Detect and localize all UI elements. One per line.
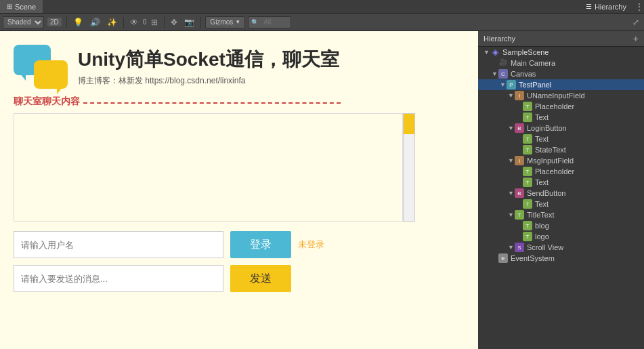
tree-item[interactable]: ▼CCanvas [478,68,644,79]
chat-header: 聊天室聊天内容 [14,96,465,110]
title-text-wrapper: Unity简单Socket通信，聊天室 博主博客：林新发 https://blo… [78,47,339,87]
send-button[interactable]: 发送 [230,265,291,292]
tree-node-icon: T [523,199,532,209]
tree-item[interactable]: ▼PTestPanel [478,79,644,90]
tree-item[interactable]: Tlogo [478,231,644,242]
tree-item[interactable]: ▼IUNameInputField [478,90,644,101]
chat-box [14,113,403,222]
tree-node-icon: T [523,221,532,230]
tree-item[interactable]: TPlaceholder [478,101,644,112]
stats-icon[interactable]: 👁 [128,18,140,27]
hierarchy-title: Hierarchy [484,35,515,43]
tree-item[interactable]: ▼IMsgInputField [478,155,644,166]
maximize-icon[interactable]: ⤢ [630,18,641,27]
tree-item-label: Text [535,200,549,208]
tree-item[interactable]: TStateText [478,144,644,155]
tree-item-label: Placeholder [535,167,574,176]
tree-arrow-icon: ▼ [508,190,515,197]
tab-scene-label: Scene [15,3,36,11]
tree-item[interactable]: ▼TTitleText [478,209,644,220]
tree-item[interactable]: TText [478,112,644,123]
hierarchy-header: Hierarchy + [478,31,644,47]
toolbar: Shaded 2D 💡 🔊 ✨ 👁 0 ⊞ ✥ 📷 Gizmos ▼ 🔍 ⤢ [0,14,644,31]
login-button[interactable]: 登录 [230,231,291,258]
scroll-thumb[interactable] [404,114,414,134]
scrollbar[interactable] [403,113,415,222]
tree-arrow-icon: ▼ [508,157,515,164]
tree-item-label: logo [535,232,549,241]
hierarchy-tree: ▼◈SampleScene 🎥Main Camera▼CCanvas▼PTest… [478,47,644,264]
tree-arrow-icon: ▼ [508,92,515,99]
2d-toggle[interactable]: 2D [47,17,62,27]
tree-item-label: StateText [535,146,566,154]
chat-label: 聊天室聊天内容 [14,96,80,108]
tree-item[interactable]: Tblog [478,220,644,231]
message-input[interactable] [14,265,223,292]
tree-arrow-icon: ▼ [508,125,515,131]
scene-content: Unity简单Socket通信，聊天室 博主博客：林新发 https://blo… [0,31,478,349]
options-menu-icon[interactable]: ⋮ [635,1,644,12]
gizmos-button[interactable]: Gizmos ▼ [205,16,245,28]
grid-icon[interactable]: ⊞ [149,18,160,27]
tree-arrow-icon: ▼ [508,211,515,218]
tree-item-label: Canvas [511,70,536,78]
tree-item-label: Scroll View [527,243,563,251]
tree-item[interactable]: ▼◈SampleScene [478,47,644,58]
tree-item-label: Text [535,135,549,143]
tree-node-icon: S [515,243,524,252]
tree-node-icon: 🎥 [498,58,508,68]
divider4 [200,17,201,28]
tree-item[interactable]: TText [478,177,644,188]
tree-arrow-icon: ▼ [484,49,490,56]
tree-item[interactable]: EEventSystem [478,253,644,264]
tree-item[interactable]: TText [478,134,644,144]
main-area: Unity简单Socket通信，聊天室 博主博客：林新发 https://blo… [0,31,644,349]
tree-item[interactable]: ▼BSendButton [478,188,644,199]
tree-node-icon: T [523,178,532,187]
tree-item-label: TestPanel [519,81,551,89]
tree-node-icon: T [523,112,532,122]
subtitle-text: 博主博客：林新发 https://blog.csdn.net/linxinfa [78,75,339,87]
audio-icon[interactable]: 🔊 [88,18,102,27]
search-input[interactable] [261,16,288,28]
username-row: 登录 未登录 [14,231,465,258]
tree-node-icon: P [507,80,516,89]
tree-node-icon: T [515,210,524,220]
search-icon: 🔍 [251,19,259,26]
tree-item[interactable]: TText [478,199,644,209]
tree-node-icon: T [523,145,532,155]
toolbar-right: ⤢ [630,18,641,27]
tree-arrow-icon: ▼ [500,81,507,88]
light-icon[interactable]: 💡 [71,18,85,27]
tab-hierarchy-label: Hierarchy [595,3,626,11]
username-input[interactable] [14,231,223,258]
tree-node-icon: B [515,188,524,198]
tree-node-icon: C [498,69,508,79]
tree-node-icon: I [515,91,524,100]
tree-arrow-icon: ▼ [492,70,498,77]
hierarchy-add-button[interactable]: + [633,33,639,44]
effects-icon[interactable]: ✨ [105,18,119,27]
title-section: Unity简单Socket通信，聊天室 博主博客：林新发 https://blo… [14,45,465,89]
scene-icon: ⊞ [7,3,12,10]
tree-node-icon: T [523,134,532,144]
bubble-yellow [34,60,68,89]
tab-hierarchy[interactable]: ☰ Hierarchy [579,0,633,13]
tree-node-icon: ◈ [490,47,500,57]
tree-item[interactable]: ▼SScroll View [478,242,644,253]
message-row: 发送 [14,265,465,292]
tree-item[interactable]: TPlaceholder [478,166,644,177]
tab-scene[interactable]: ⊞ Scene [0,0,43,13]
hierarchy-icon: ☰ [586,3,592,10]
tree-item-label: Text [535,113,549,121]
camera-icon[interactable]: 📷 [182,18,196,27]
chat-box-outer [14,113,465,222]
shading-select[interactable]: Shaded [3,16,44,28]
move-icon[interactable]: ✥ [169,18,179,27]
tree-item[interactable]: 🎥Main Camera [478,58,644,68]
tree-item[interactable]: ▼BLoginButton [478,123,644,134]
tree-item-label: Main Camera [511,59,555,67]
subtitle-content: 博主博客：林新发 https://blog.csdn.net/linxinfa [78,76,245,85]
logo-icon [14,45,68,89]
tree-node-icon: T [523,167,532,176]
